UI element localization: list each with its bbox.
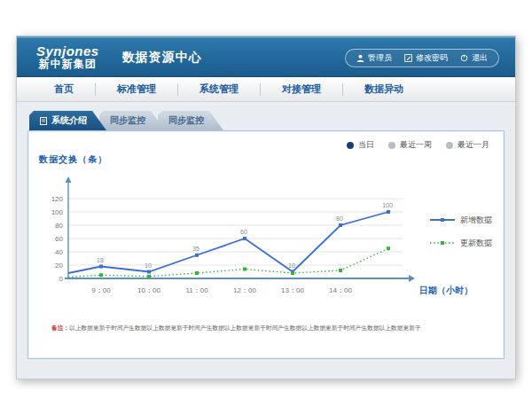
footnote-text: 以上数据更新于时间产生数据以上数据更新于时间产生数据以上数据更新于时间产生数据以… [69, 325, 420, 332]
current-user-button[interactable]: 管理员 [356, 52, 392, 64]
tab-label: 同步监控 [110, 114, 145, 127]
brand-logo-cn: 新中新集团 [36, 59, 99, 70]
footnote: 备注：以上数据更新于时间产生数据以上数据更新于时间产生数据以上数据更新于时间产生… [51, 324, 421, 332]
tab-system-intro[interactable]: 系统介绍 [29, 111, 106, 130]
radio-last-month[interactable]: 最近一月 [446, 139, 489, 151]
nav-item-home[interactable]: 首页 [33, 82, 95, 96]
svg-text:60: 60 [55, 235, 63, 243]
radio-today[interactable]: 当日 [347, 139, 374, 151]
svg-text:18: 18 [97, 257, 104, 263]
svg-text:20: 20 [55, 262, 63, 270]
content-area: 系统介绍 同步监控 同步监控 当日 最近一周 [17, 102, 515, 359]
svg-text:100: 100 [382, 202, 393, 208]
document-icon [40, 117, 47, 125]
nav-item-standard-mgmt[interactable]: 标准管理 [96, 82, 177, 96]
nav-item-interface-mgmt[interactable]: 对接管理 [261, 82, 342, 96]
main-nav: 首页 标准管理 系统管理 对接管理 数据异动 [17, 77, 515, 102]
brand-logo-en: Synjones [36, 44, 99, 59]
current-user-label: 管理员 [368, 52, 392, 64]
svg-text:日期（小时）: 日期（小时） [419, 286, 473, 295]
power-icon [460, 54, 468, 62]
radio-label: 当日 [358, 139, 374, 151]
svg-text:120: 120 [51, 195, 64, 203]
radio-last-week[interactable]: 最近一周 [388, 139, 432, 151]
logout-label: 退出 [472, 52, 488, 64]
change-password-button[interactable]: 修改密码 [404, 52, 448, 64]
svg-text:60: 60 [240, 229, 247, 235]
footnote-prefix: 备注： [51, 325, 69, 332]
svg-text:35: 35 [192, 246, 200, 252]
logout-button[interactable]: 退出 [460, 52, 488, 64]
radio-label: 最近一月 [458, 139, 489, 151]
radio-unselected-icon [446, 142, 453, 149]
edit-pencil-icon [404, 54, 412, 62]
page-title: 数据资源中心 [122, 50, 202, 66]
svg-text:9：00: 9：00 [91, 286, 111, 294]
radio-label: 最近一周 [400, 139, 432, 151]
radio-unselected-icon [388, 142, 395, 149]
svg-text:10：00: 10：00 [137, 286, 160, 294]
tab-label: 同步监控 [168, 114, 204, 127]
user-toolbar: 管理员 修改密码 退出 [345, 49, 499, 67]
svg-text:新增数据: 新增数据 [460, 215, 492, 224]
svg-text:80: 80 [55, 222, 63, 230]
line-chart: 0204060801001209：0010：0011：0012：0013：001… [29, 168, 505, 323]
svg-text:80: 80 [336, 215, 343, 222]
app-window: Synjones 新中新集团 数据资源中心 管理员 修改密码 退出 首页 标准管… [16, 35, 516, 379]
tab-sync-monitor-2[interactable]: 同步监控 [158, 111, 223, 130]
svg-text:100: 100 [51, 208, 64, 216]
svg-text:11：00: 11：00 [185, 286, 208, 294]
svg-text:12：00: 12：00 [233, 286, 256, 294]
svg-text:0: 0 [59, 275, 64, 283]
user-icon [356, 54, 364, 62]
tab-label: 系统介绍 [51, 114, 87, 127]
svg-text:更新数据: 更新数据 [460, 239, 492, 247]
y-axis-title: 数据交换（条） [39, 153, 107, 166]
range-filter: 当日 最近一周 最近一月 [347, 139, 489, 151]
tab-bar: 系统介绍 同步监控 同步监控 [29, 111, 505, 130]
svg-text:10: 10 [288, 262, 295, 269]
tab-sync-monitor-1[interactable]: 同步监控 [99, 111, 165, 130]
svg-text:14：00: 14：00 [329, 286, 352, 294]
chart-panel: 当日 最近一周 最近一月 数据交换（条） 0204060801001209：00… [27, 130, 505, 359]
svg-text:10: 10 [145, 262, 152, 269]
svg-text:40: 40 [55, 248, 63, 256]
brand-logo: Synjones 新中新集团 [36, 44, 99, 69]
nav-item-data-change[interactable]: 数据异动 [343, 82, 425, 96]
header: Synjones 新中新集团 数据资源中心 管理员 修改密码 退出 [17, 36, 515, 77]
svg-text:13：00: 13：00 [281, 286, 304, 294]
change-password-label: 修改密码 [416, 52, 448, 64]
nav-item-system-mgmt[interactable]: 系统管理 [178, 82, 260, 96]
radio-selected-icon [347, 142, 354, 149]
